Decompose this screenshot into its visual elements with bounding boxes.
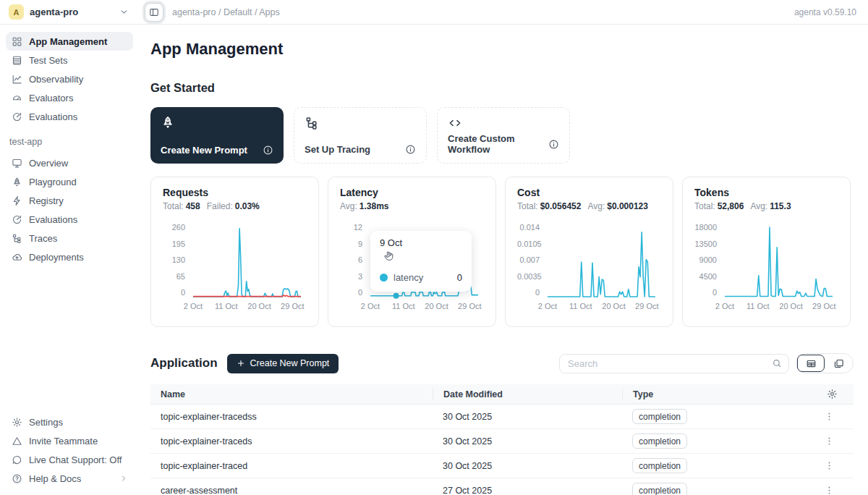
sidebar-item-live-chat-support-off[interactable]: Live Chat Support: Off bbox=[6, 450, 133, 469]
help-icon bbox=[11, 473, 22, 484]
application-header: Application Create New Prompt bbox=[150, 353, 854, 373]
table-row[interactable]: topic-explainer-traceds30 Oct 2025comple… bbox=[150, 429, 854, 454]
tree-icon bbox=[305, 116, 319, 130]
info-icon[interactable] bbox=[263, 145, 273, 156]
metric-card-tokens[interactable]: TokensTotal:52,806Avg:115.31800013500900… bbox=[682, 177, 851, 327]
metric-card-requests[interactable]: RequestsTotal:458Failed:0.03%26019513065… bbox=[150, 177, 319, 327]
sidebar-item-evaluators[interactable]: Evaluators bbox=[6, 88, 133, 107]
sidebar-item-traces[interactable]: Traces bbox=[6, 229, 133, 248]
column-header-date-modified[interactable]: Date Modified bbox=[433, 389, 622, 400]
y-tick: 0.0105 bbox=[517, 240, 540, 248]
line-chart bbox=[723, 221, 838, 300]
table-row[interactable]: career-assessment27 Oct 2025completion bbox=[150, 478, 854, 495]
row-actions-kebab-icon[interactable] bbox=[780, 485, 854, 495]
app-type: completion bbox=[622, 483, 780, 495]
sidebar-item-registry[interactable]: Registry bbox=[6, 191, 133, 210]
sidebar-item-app-management[interactable]: App Management bbox=[6, 32, 133, 51]
sidebar-item-test-sets[interactable]: Test Sets bbox=[6, 51, 133, 69]
row-actions-kebab-icon[interactable] bbox=[780, 436, 854, 447]
card-view-button[interactable] bbox=[825, 355, 852, 372]
sidebar-item-deployments[interactable]: Deployments bbox=[6, 248, 133, 266]
table-view-button[interactable] bbox=[797, 355, 825, 372]
y-tick: 13500 bbox=[694, 240, 717, 248]
sidebar-main-nav: App ManagementTest SetsObservabilityEval… bbox=[6, 32, 133, 126]
workspace-selector[interactable]: A agenta-pro bbox=[0, 4, 139, 20]
metric-charts: RequestsTotal:458Failed:0.03%26019513065… bbox=[150, 177, 854, 327]
app-name[interactable]: career-assessment bbox=[150, 486, 433, 495]
app-type: completion bbox=[622, 458, 780, 473]
app-version: agenta v0.59.10 bbox=[794, 7, 868, 17]
y-tick: 3 bbox=[340, 273, 362, 280]
app-date-modified: 30 Oct 2025 bbox=[433, 412, 622, 422]
sidebar-item-invite-teammate[interactable]: Invite Teammate bbox=[6, 431, 133, 450]
metric-card-latency[interactable]: LatencyAvg:1.38ms1296302 Oct11 Oct20 Oct… bbox=[328, 177, 496, 327]
sidebar-footer-nav: SettingsInvite TeammateLive Chat Support… bbox=[6, 412, 133, 488]
sidebar-item-settings[interactable]: Settings bbox=[6, 412, 133, 431]
sidebar-item-evaluations[interactable]: Evaluations bbox=[6, 107, 133, 126]
y-tick: 260 bbox=[163, 224, 185, 231]
create-new-prompt-button[interactable]: Create New Prompt bbox=[227, 354, 339, 373]
row-actions-kebab-icon[interactable] bbox=[780, 411, 854, 422]
y-tick: 0 bbox=[517, 289, 540, 296]
view-toggle bbox=[796, 353, 854, 373]
search-box bbox=[559, 354, 789, 373]
row-actions-kebab-icon[interactable] bbox=[780, 460, 854, 471]
x-tick: 2 Oct bbox=[715, 302, 734, 310]
sidebar-group-label: test-app bbox=[9, 137, 133, 147]
chevron-down-icon[interactable] bbox=[119, 7, 129, 17]
app-type: completion bbox=[622, 433, 780, 449]
main-content: App Management Get Started Create New Pr… bbox=[139, 25, 868, 495]
sidebar-item-overview[interactable]: Overview bbox=[6, 153, 133, 172]
table-row[interactable]: topic-explainer-tracedss30 Oct 2025compl… bbox=[150, 405, 854, 429]
info-icon[interactable] bbox=[405, 144, 416, 155]
table-header: Name Date Modified Type bbox=[150, 384, 854, 405]
search-icon[interactable] bbox=[772, 358, 782, 368]
sidebar-item-playground[interactable]: Playground bbox=[6, 172, 133, 191]
rocket-icon bbox=[161, 115, 175, 130]
y-tick: 65 bbox=[163, 273, 185, 280]
chat-icon bbox=[11, 454, 22, 465]
table-icon bbox=[11, 54, 22, 66]
cloud-icon bbox=[11, 251, 22, 263]
table-settings-icon[interactable] bbox=[780, 389, 854, 399]
app-name[interactable]: topic-explainer-traced bbox=[150, 461, 433, 471]
y-tick: 0.0035 bbox=[517, 273, 540, 280]
app-name[interactable]: topic-explainer-tracedss bbox=[150, 412, 433, 422]
sidebar-app-nav: OverviewPlaygroundRegistryEvaluationsTra… bbox=[6, 153, 133, 266]
sidebar-toggle-button[interactable] bbox=[145, 3, 163, 22]
y-tick: 0 bbox=[694, 289, 717, 296]
monitor-icon bbox=[11, 157, 22, 169]
sidebar-item-evaluations[interactable]: Evaluations bbox=[6, 210, 133, 229]
app-name[interactable]: topic-explainer-traceds bbox=[150, 436, 433, 447]
y-tick: 195 bbox=[163, 240, 185, 248]
column-header-type[interactable]: Type bbox=[622, 389, 780, 400]
sidebar-item-observability[interactable]: Observability bbox=[6, 69, 133, 88]
metric-stats: Total:458Failed:0.03% bbox=[163, 201, 307, 211]
x-tick: 29 Oct bbox=[635, 302, 658, 310]
hovered-data-point bbox=[393, 293, 399, 299]
search-input[interactable] bbox=[568, 358, 772, 369]
chart-icon bbox=[11, 73, 22, 85]
y-tick: 0.014 bbox=[517, 224, 540, 231]
gear-icon bbox=[11, 416, 22, 428]
x-tick: 20 Oct bbox=[779, 302, 802, 310]
get-started-cards: Create New PromptSet Up TracingCreate Cu… bbox=[150, 107, 854, 164]
get-started-card-set-up-tracing[interactable]: Set Up Tracing bbox=[294, 107, 427, 164]
panel-left-icon bbox=[149, 7, 159, 17]
legend-dot bbox=[380, 274, 388, 282]
sidebar-item-help-docs[interactable]: Help & Docs bbox=[6, 469, 133, 488]
get-started-card-create-new-prompt[interactable]: Create New Prompt bbox=[150, 107, 284, 164]
type-badge: completion bbox=[632, 433, 687, 449]
y-tick: 0 bbox=[163, 289, 185, 296]
app-date-modified: 27 Oct 2025 bbox=[433, 486, 622, 495]
column-header-name[interactable]: Name bbox=[150, 389, 433, 400]
tree-icon bbox=[11, 232, 22, 244]
code-icon bbox=[448, 116, 462, 130]
get-started-card-create-custom-workflow[interactable]: Create Custom Workflow bbox=[437, 107, 570, 164]
type-badge: completion bbox=[632, 409, 687, 424]
breadcrumb[interactable]: agenta-pro / Default / Apps bbox=[172, 7, 280, 17]
info-icon[interactable] bbox=[548, 139, 559, 150]
table-row[interactable]: topic-explainer-traced30 Oct 2025complet… bbox=[150, 454, 854, 478]
type-badge: completion bbox=[632, 458, 687, 473]
metric-card-cost[interactable]: CostTotal:$0.056452Avg:$0.0001230.0140.0… bbox=[505, 177, 673, 327]
